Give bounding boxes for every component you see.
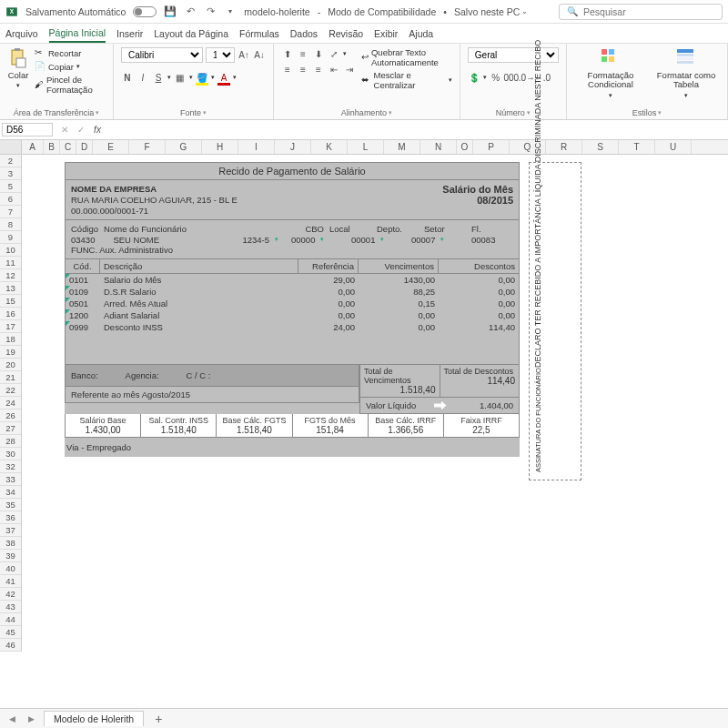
conditional-format-button[interactable]: Formatação Condicional▾ — [574, 47, 647, 108]
search-box[interactable]: 🔍 — [559, 4, 723, 20]
row-header[interactable]: 33 — [0, 473, 21, 486]
row-header[interactable]: 9 — [0, 231, 21, 244]
col-header[interactable]: K — [311, 140, 348, 154]
row-header[interactable]: 45 — [0, 626, 21, 639]
col-header[interactable]: D — [76, 140, 93, 154]
row-header[interactable]: 34 — [0, 486, 21, 499]
menu-dados[interactable]: Dados — [290, 25, 318, 42]
font-name-select[interactable]: Calibri — [121, 47, 203, 63]
align-middle-icon[interactable]: ≡ — [297, 47, 309, 60]
col-header[interactable]: R — [546, 140, 582, 154]
menu-inserir[interactable]: Inserir — [116, 25, 143, 42]
row-header[interactable]: 3 — [0, 167, 21, 180]
row-header[interactable]: 38 — [0, 537, 21, 550]
menu-layout[interactable]: Layout da Página — [154, 25, 228, 42]
cancel-formula-icon[interactable]: ✕ — [58, 124, 71, 136]
name-box[interactable] — [2, 123, 53, 136]
font-size-select[interactable]: 11 — [206, 47, 235, 63]
fx-icon[interactable]: fx — [91, 124, 104, 136]
select-all-corner[interactable] — [0, 140, 22, 154]
menu-revisao[interactable]: Revisão — [329, 25, 363, 42]
row-header[interactable]: 46 — [0, 639, 21, 652]
row-header[interactable]: 42 — [0, 588, 21, 601]
tab-prev-icon[interactable]: ◀ — [5, 714, 19, 723]
decrease-font-icon[interactable]: A↓ — [253, 49, 266, 62]
menu-ajuda[interactable]: Ajuda — [409, 25, 433, 42]
col-header[interactable]: M — [384, 140, 420, 154]
row-header[interactable]: 18 — [0, 333, 21, 346]
row-header[interactable]: 35 — [0, 499, 21, 511]
row-header[interactable]: 8 — [0, 218, 21, 231]
row-header[interactable]: 6 — [0, 193, 21, 206]
row-header[interactable]: 37 — [0, 524, 21, 537]
formula-input[interactable] — [107, 125, 724, 135]
format-as-table-button[interactable]: Formatar como Tabela▾ — [652, 47, 720, 108]
row-header[interactable]: 21 — [0, 371, 21, 384]
fill-color-icon[interactable]: 🪣 — [196, 71, 208, 84]
col-header[interactable]: E — [93, 140, 129, 154]
border-icon[interactable]: ▦ — [174, 71, 187, 84]
undo-icon[interactable]: ↶ — [184, 5, 197, 18]
copy-button[interactable]: 📄Copiar ▾ — [35, 61, 106, 72]
col-header[interactable]: H — [202, 140, 238, 154]
align-right-icon[interactable]: ≡ — [312, 63, 325, 76]
tab-next-icon[interactable]: ▶ — [25, 714, 38, 723]
row-header[interactable]: 36 — [0, 511, 21, 524]
row-header[interactable]: 22 — [0, 384, 21, 397]
add-sheet-icon[interactable]: + — [149, 712, 167, 726]
bold-icon[interactable]: N — [121, 71, 134, 84]
row-header[interactable]: 2 — [0, 155, 21, 167]
row-header[interactable]: 16 — [0, 308, 21, 320]
wrap-text-button[interactable]: ↩Quebrar Texto Automaticamente — [361, 47, 452, 67]
row-header[interactable]: 27 — [0, 422, 21, 435]
row-header[interactable]: 10 — [0, 244, 21, 257]
sheet-tab-active[interactable]: Modelo de Holerith — [44, 711, 144, 726]
thousands-icon[interactable]: 000 — [505, 71, 518, 84]
qat-dropdown-icon[interactable]: ▾ — [224, 5, 237, 18]
row-header[interactable]: 26 — [0, 410, 21, 422]
row-header[interactable]: 19 — [0, 346, 21, 359]
row-header[interactable]: 17 — [0, 320, 21, 333]
row-header[interactable]: 40 — [0, 562, 21, 575]
indent-decrease-icon[interactable]: ⇤ — [328, 63, 340, 76]
menu-exibir[interactable]: Exibir — [374, 25, 398, 42]
underline-icon[interactable]: S — [152, 71, 165, 84]
col-header[interactable]: U — [655, 140, 692, 154]
format-painter-button[interactable]: 🖌Pincel de Formatação — [35, 75, 106, 95]
increase-font-icon[interactable]: A↑ — [238, 49, 250, 62]
row-header[interactable]: 12 — [0, 269, 21, 282]
accept-formula-icon[interactable]: ✓ — [75, 124, 87, 136]
spreadsheet-grid[interactable]: ABCDEFGHIJKLMNOPQRSTU 235678910111213151… — [0, 140, 728, 652]
redo-icon[interactable]: ↷ — [204, 5, 217, 18]
font-color-icon[interactable]: A — [217, 71, 230, 84]
col-header[interactable]: B — [44, 140, 60, 154]
merge-center-button[interactable]: ⬌Mesclar e Centralizar ▾ — [361, 70, 452, 90]
col-header[interactable]: N — [420, 140, 457, 154]
menu-formulas[interactable]: Fórmulas — [239, 25, 279, 42]
row-header[interactable]: 41 — [0, 575, 21, 588]
cells-area[interactable]: Recido de Pagamento de Salário NOME DA E… — [22, 155, 728, 652]
menu-pagina-inicial[interactable]: Página Inicial — [49, 25, 106, 43]
autosave-toggle[interactable] — [133, 6, 157, 17]
col-header[interactable]: F — [129, 140, 166, 154]
italic-icon[interactable]: I — [136, 71, 149, 84]
row-header[interactable]: 28 — [0, 435, 21, 448]
align-bottom-icon[interactable]: ⬇ — [312, 47, 325, 60]
col-header[interactable]: T — [619, 140, 655, 154]
currency-icon[interactable]: 💲 — [468, 71, 480, 84]
paste-button[interactable]: Colar▾ — [7, 47, 29, 108]
row-header[interactable]: 30 — [0, 448, 21, 460]
row-header[interactable]: 7 — [0, 206, 21, 218]
row-header[interactable]: 39 — [0, 550, 21, 562]
align-left-icon[interactable]: ≡ — [281, 63, 294, 76]
menu-arquivo[interactable]: Arquivo — [5, 25, 38, 42]
col-header[interactable]: L — [348, 140, 384, 154]
save-icon[interactable]: 💾 — [164, 5, 177, 18]
col-header[interactable]: C — [60, 140, 76, 154]
percent-icon[interactable]: % — [490, 71, 502, 84]
row-header[interactable]: 5 — [0, 180, 21, 193]
col-header[interactable]: G — [166, 140, 202, 154]
cut-button[interactable]: ✂Recortar — [35, 47, 106, 58]
row-header[interactable]: 11 — [0, 257, 21, 269]
indent-increase-icon[interactable]: ⇥ — [343, 63, 356, 76]
